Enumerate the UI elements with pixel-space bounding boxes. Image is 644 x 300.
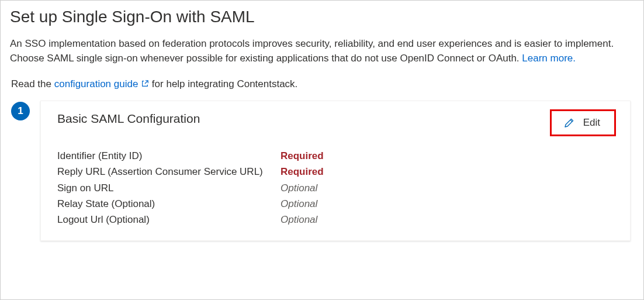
sign-on-label: Sign on URL bbox=[57, 180, 281, 196]
basic-saml-card: Basic SAML Configuration Edit Identifier… bbox=[40, 101, 631, 241]
external-link-icon bbox=[141, 80, 149, 88]
guide-link-text: configuration guide bbox=[54, 78, 139, 89]
table-row: Relay State (Optional) Optional bbox=[57, 196, 614, 212]
intro-text: An SSO implementation based on federatio… bbox=[10, 37, 629, 65]
step-number-badge: 1 bbox=[11, 102, 30, 120]
relay-state-label: Relay State (Optional) bbox=[57, 196, 281, 212]
card-title: Basic SAML Configuration bbox=[57, 112, 200, 126]
identifier-label: Identifier (Entity ID) bbox=[57, 148, 281, 164]
reply-url-label: Reply URL (Assertion Consumer Service UR… bbox=[57, 164, 281, 180]
logout-url-label: Logout Url (Optional) bbox=[57, 212, 281, 227]
reply-url-value: Required bbox=[281, 164, 324, 180]
sign-on-value: Optional bbox=[281, 180, 317, 196]
pencil-icon bbox=[563, 117, 575, 129]
configuration-guide-link[interactable]: configuration guide bbox=[54, 78, 149, 89]
edit-button[interactable]: Edit bbox=[550, 109, 616, 136]
table-row: Logout Url (Optional) Optional bbox=[57, 212, 614, 227]
guide-suffix: for help integrating Contentstack. bbox=[149, 78, 297, 89]
guide-prefix: Read the bbox=[11, 78, 54, 89]
relay-state-value: Optional bbox=[281, 196, 317, 212]
table-row: Reply URL (Assertion Consumer Service UR… bbox=[57, 164, 614, 180]
guide-text: Read the configuration guide for help in… bbox=[11, 78, 634, 90]
page-title: Set up Single Sign-On with SAML bbox=[10, 8, 634, 26]
logout-url-value: Optional bbox=[281, 212, 317, 227]
edit-label: Edit bbox=[583, 117, 600, 129]
table-row: Sign on URL Optional bbox=[57, 180, 614, 196]
identifier-value: Required bbox=[281, 148, 324, 164]
table-row: Identifier (Entity ID) Required bbox=[57, 148, 614, 164]
learn-more-link[interactable]: Learn more. bbox=[522, 53, 576, 64]
